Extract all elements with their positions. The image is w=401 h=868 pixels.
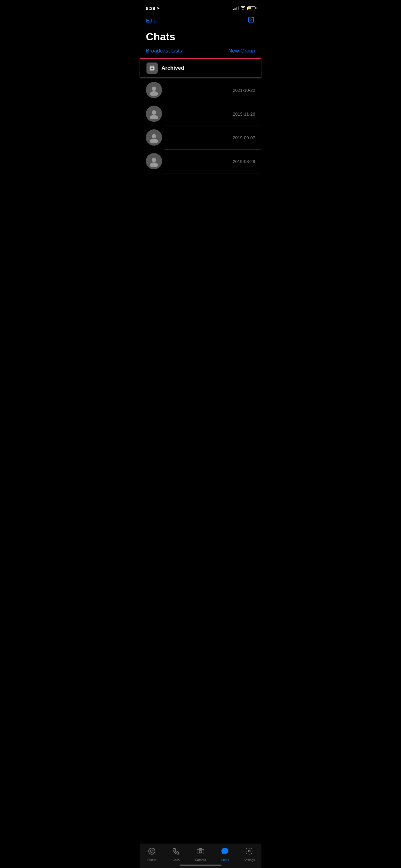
new-group-button[interactable]: New Group [228, 48, 255, 54]
page-title: Chats [140, 29, 261, 48]
status-time: 8:29 ➤ [146, 6, 160, 11]
svg-point-3 [152, 110, 156, 115]
archived-label: Archived [162, 65, 184, 71]
chat-item-1[interactable]: 2021-10-22 [140, 78, 261, 102]
status-icons [233, 6, 255, 11]
svg-point-4 [150, 115, 158, 119]
action-bar: Broadcast Lists New Group [140, 48, 261, 58]
chat-item-3[interactable]: 2019-09-07 [140, 126, 261, 149]
chat-list: 2021-10-22 2019-11-26 [140, 78, 261, 173]
chat-info-3: 2019-09-07 [166, 135, 255, 140]
compose-button[interactable] [248, 16, 255, 26]
svg-point-1 [152, 87, 156, 91]
chat-info-4: 2019-08-29 [166, 158, 255, 164]
svg-point-2 [150, 91, 158, 96]
location-arrow-icon: ➤ [157, 6, 160, 10]
avatar-4 [146, 153, 162, 169]
chat-info-1: 2021-10-22 [166, 87, 255, 93]
chat-info-2: 2019-11-26 [166, 111, 255, 117]
chat-date-3: 2019-09-07 [233, 135, 255, 140]
chat-date-2: 2019-11-26 [233, 111, 255, 117]
avatar-3 [146, 129, 162, 146]
nav-bar: Edit [140, 14, 261, 29]
chat-item-2[interactable]: 2019-11-26 [140, 102, 261, 126]
status-bar: 8:29 ➤ [140, 0, 261, 14]
battery-icon [247, 6, 255, 10]
chat-item-4[interactable]: 2019-08-29 [140, 149, 261, 173]
svg-point-6 [150, 139, 158, 143]
svg-point-7 [152, 158, 156, 162]
chat-date-1: 2021-10-22 [233, 87, 255, 93]
edit-button[interactable]: Edit [146, 18, 155, 24]
signal-icon [233, 6, 239, 10]
archived-row[interactable]: Archived [140, 58, 261, 78]
wifi-icon [240, 6, 245, 11]
avatar-1 [146, 82, 162, 98]
chat-date-4: 2019-08-29 [233, 158, 255, 164]
archived-icon [146, 62, 158, 74]
svg-point-8 [150, 162, 158, 167]
avatar-2 [146, 105, 162, 122]
svg-point-5 [152, 134, 156, 138]
broadcast-lists-button[interactable]: Broadcast Lists [146, 48, 182, 54]
